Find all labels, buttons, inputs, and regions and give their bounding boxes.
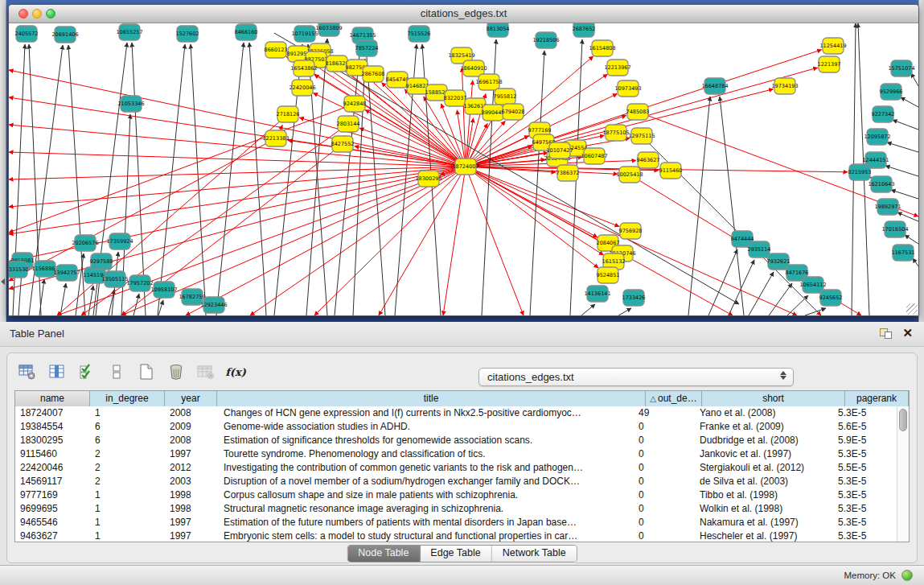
- graph-node[interactable]: 10655257: [116, 24, 142, 40]
- graph-node[interactable]: 20206576: [72, 235, 98, 251]
- table-body[interactable]: 1872400712008Changes of HCN gene express…: [15, 406, 897, 542]
- table-row[interactable]: 911546021997Tourette syndrome. Phenomeno…: [15, 447, 897, 461]
- graph-node[interactable]: 9529966: [880, 84, 903, 100]
- column-header-out_degree[interactable]: △out_de…: [646, 391, 702, 406]
- new-table-icon[interactable]: [138, 364, 155, 380]
- graph-node[interactable]: 9242848: [343, 96, 367, 112]
- cell-in_degree[interactable]: 1: [90, 406, 165, 420]
- column-header-short[interactable]: short: [702, 391, 845, 406]
- graph-node[interactable]: 7955812: [494, 89, 517, 105]
- cell-year[interactable]: 2012: [165, 461, 217, 475]
- row-height-icon[interactable]: [108, 364, 125, 380]
- cell-name[interactable]: 9465546: [15, 516, 90, 529]
- cell-out_degree[interactable]: 0: [634, 529, 690, 542]
- table-row[interactable]: 977716911998Corpus callosum shape and si…: [15, 488, 897, 502]
- graph-node[interactable]: 16210643: [868, 176, 894, 192]
- cell-short[interactable]: Tibbo et al. (1998): [690, 488, 833, 502]
- table-row[interactable]: 1938455462009Genome-wide association stu…: [15, 420, 897, 434]
- graph-node[interactable]: 12975115: [628, 128, 655, 144]
- table-row[interactable]: 1456911722003Disruption of a novel membe…: [15, 475, 897, 488]
- cell-pagerank[interactable]: 5.3E-5: [833, 516, 897, 529]
- cell-year[interactable]: 1998: [165, 502, 217, 516]
- cell-year[interactable]: 1997: [165, 529, 217, 542]
- cell-name[interactable]: 14569117: [15, 475, 90, 488]
- cell-short[interactable]: Wolkin et al. (1998): [690, 502, 833, 516]
- graph-node[interactable]: 15751074: [888, 60, 914, 76]
- table-row[interactable]: 946554611997Estimation of the future num…: [15, 516, 897, 529]
- graph-node[interactable]: 8813054: [487, 23, 510, 37]
- graph-node[interactable]: 13942757: [53, 265, 80, 281]
- cell-pagerank[interactable]: 5.6E-5: [833, 420, 897, 434]
- cell-year[interactable]: 1997: [165, 516, 217, 529]
- cell-in_degree[interactable]: 1: [90, 488, 165, 502]
- cell-out_degree[interactable]: 0: [634, 475, 690, 488]
- cell-in_degree[interactable]: 6: [90, 434, 165, 447]
- graph-node[interactable]: 1221397: [818, 56, 841, 72]
- graph-node[interactable]: 8466160: [235, 24, 258, 40]
- graph-node[interactable]: 16033809: [315, 23, 342, 36]
- close-panel-icon[interactable]: ✕: [902, 326, 913, 340]
- select-column-icon[interactable]: [48, 364, 66, 380]
- graph-node[interactable]: 8215953: [848, 164, 872, 180]
- cell-name[interactable]: 22420046: [15, 461, 90, 475]
- table-selector-dropdown[interactable]: citations_edges.txt: [478, 368, 794, 386]
- graph-node[interactable]: 10719155: [291, 26, 318, 42]
- graph-node[interactable]: 1167531: [892, 245, 915, 261]
- left-splitter[interactable]: [0, 0, 6, 322]
- cell-year[interactable]: 1997: [165, 447, 217, 461]
- cell-short[interactable]: Franke et al. (2009): [690, 420, 833, 434]
- table-row[interactable]: 946362711997Embryonic stem cells: a mode…: [15, 529, 897, 542]
- cell-out_degree[interactable]: 0: [634, 420, 690, 434]
- graph-node[interactable]: 18775105: [602, 125, 629, 141]
- cell-short[interactable]: Hescheler et al. (1997): [690, 529, 833, 542]
- graph-node[interactable]: 7485083: [626, 104, 650, 120]
- cell-pagerank[interactable]: 5.3E-5: [833, 488, 897, 502]
- cell-title[interactable]: Disruption of a novel member of a sodium…: [217, 475, 634, 488]
- cell-out_degree[interactable]: 0: [634, 488, 690, 502]
- network-window-titlebar[interactable]: citations_edges.txt: [9, 5, 918, 23]
- graph-node[interactable]: 2867608: [362, 66, 385, 82]
- graph-node[interactable]: 13505115: [101, 271, 128, 287]
- graph-node[interactable]: 21053346: [117, 96, 144, 112]
- graph-node[interactable]: 14136141: [584, 286, 610, 302]
- graph-node[interactable]: 19218506: [532, 32, 559, 48]
- cell-in_degree[interactable]: 1: [90, 516, 165, 529]
- cell-short[interactable]: Stergiakouli et al. (2012): [690, 461, 833, 475]
- graph-node[interactable]: 10607487: [581, 148, 607, 164]
- cell-name[interactable]: 18300295: [15, 434, 90, 447]
- table-row[interactable]: 969969511998Structural magnetic resonanc…: [15, 502, 897, 516]
- cell-year[interactable]: 2009: [165, 420, 217, 434]
- cell-pagerank[interactable]: 5.3E-5: [833, 406, 897, 420]
- cell-title[interactable]: Tourette syndrome. Phenomenology and cla…: [217, 447, 634, 461]
- cell-name[interactable]: 9115460: [15, 447, 90, 461]
- graph-node[interactable]: 1733426: [622, 290, 646, 306]
- graph-node[interactable]: 16961758: [475, 74, 502, 90]
- cell-out_degree[interactable]: 0: [634, 461, 690, 475]
- scrollbar-thumb[interactable]: [899, 409, 907, 431]
- tab-network-table[interactable]: Network Table: [492, 546, 577, 562]
- cell-out_degree[interactable]: 0: [634, 502, 690, 516]
- graph-node[interactable]: 2405572: [15, 26, 39, 42]
- graph-node[interactable]: 18300295: [415, 171, 441, 187]
- float-panel-icon[interactable]: [880, 328, 892, 339]
- graph-node[interactable]: 12213383: [262, 130, 289, 146]
- graph-node[interactable]: 17359924: [106, 233, 133, 249]
- table-row[interactable]: 1872400712008Changes of HCN gene express…: [15, 406, 897, 420]
- cell-year[interactable]: 1998: [165, 488, 217, 502]
- cell-title[interactable]: Structural magnetic resonance image aver…: [217, 502, 634, 516]
- cell-title[interactable]: Genome-wide association studies in ADHD.: [217, 420, 634, 434]
- cell-title[interactable]: Estimation of significance thresholds fo…: [217, 434, 634, 447]
- graph-node[interactable]: 8427552: [331, 136, 355, 152]
- cell-pagerank[interactable]: 5.3E-5: [833, 447, 897, 461]
- network-canvas[interactable]: 2405572206914061065525715276028466160107…: [9, 23, 918, 315]
- cell-in_degree[interactable]: 2: [90, 447, 165, 461]
- cell-out_degree[interactable]: 0: [634, 434, 690, 447]
- cell-name[interactable]: 19384554: [15, 420, 90, 434]
- graph-node[interactable]: 9463627: [637, 152, 660, 168]
- select-rows-icon[interactable]: [78, 364, 96, 380]
- resize-grip-icon[interactable]: [906, 303, 918, 315]
- cell-short[interactable]: Jankovic et al. (1997): [690, 447, 833, 461]
- table-scrollbar[interactable]: [897, 406, 909, 542]
- right-splitter[interactable]: [918, 0, 924, 322]
- graph-node[interactable]: 10973493: [614, 80, 641, 97]
